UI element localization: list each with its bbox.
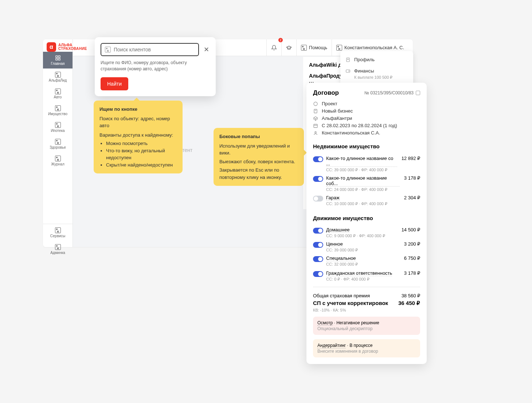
contract-meta-row: Константинопольская С.А. [313,130,420,136]
search-panel: ✕ Ищите по ФИО, номеру договора, объекту… [95,37,216,96]
help-label: Помощь [309,45,327,50]
property-meta: СС: 39 000 000 ₽ · ФР: 400 000 ₽ [326,168,420,172]
property-toggle[interactable] [313,228,323,234]
property-meta: СС: 9 000 000 ₽ · ФР: 400 000 ₽ [326,234,420,238]
notif-badge: 2 [278,38,283,42]
user-icon [313,130,318,136]
total-label: СП с учетом корректировок [313,300,388,306]
property-price: 14 500 ₽ [402,227,420,233]
grid-icon [55,55,61,61]
property-meta: СС: 0 ₽ · ФР: 400 000 ₽ [326,277,420,282]
total-meta: КВ: -10% · КА: 5% [313,308,420,312]
tooltip-bullet: Можно посмотреть [106,140,177,147]
status-underwriting[interactable]: Андеррайтинг · В процессе Внесите измене… [313,339,420,357]
svg-rect-3 [58,58,60,60]
education-button[interactable] [281,39,296,56]
property-toggle[interactable] [313,156,323,162]
svg-rect-1 [58,56,60,58]
svg-point-13 [315,132,316,133]
menu-label: Профиль [354,57,375,62]
image-icon [55,105,61,111]
tooltip-bullet: Скрыт/не найдено/недоступен [106,161,177,169]
tooltip-popup: Боковые попапы Используем для уведомлени… [214,128,304,186]
image-icon [301,45,307,51]
property-toggle[interactable] [313,196,323,202]
nav-alfalid[interactable]: АльфаЛид [43,69,73,85]
nav-label: Ипотека [51,129,64,133]
svg-rect-2 [56,58,58,60]
property-price: 3 178 ₽ [404,270,420,276]
property-price: 2 304 ₽ [404,195,420,201]
search-hint: Ищите по ФИО, номеру договора, объекту с… [101,60,210,72]
svg-rect-6 [346,70,350,72]
nav-label: Сервисы [50,234,65,238]
user-menu: Профиль Финансы К выплате 100 500 ₽ [340,51,413,85]
nav-property[interactable]: Имущество [43,102,73,119]
image-icon [55,122,61,128]
property-name: Гараж [326,195,340,201]
property-row: Гараж2 304 ₽СС: 10 000 000 ₽ · ФР: 400 0… [313,195,420,206]
image-icon [55,244,61,250]
menu-profile[interactable]: Профиль [340,54,413,65]
nav-admin[interactable]: Админка [43,241,73,258]
nav-services[interactable]: Сервисы [43,224,73,241]
wallet-icon [345,69,351,74]
total-value: 36 450 ₽ [398,300,420,306]
nav-label: Главная [51,62,64,66]
property-price: 12 892 ₽ [402,156,420,167]
property-name: Ценное [326,241,343,247]
image-icon [55,156,61,161]
nav-label: Админка [50,251,65,255]
property-price: 3 178 ₽ [404,175,420,187]
property-name: Гражданская ответственность [326,270,392,276]
contract-title: Договор [313,89,339,97]
tooltip-line: Выезжают сбоку, поверх контента. [219,158,298,165]
user-icon [345,57,351,62]
property-toggle[interactable] [313,271,323,277]
nav-health[interactable]: Здоровье [43,136,73,152]
tooltip-line: Используем для уведомлений и вики. [219,142,298,157]
doc-icon [313,109,318,114]
image-icon [55,89,61,94]
nav-label: АльфаЛид [49,78,67,82]
help-button[interactable]: Помощь [296,39,332,56]
status-inspection[interactable]: Осмотр · Негативное решение Опциональный… [313,317,420,335]
contract-number: № 03215/395/C00010/83 [364,90,420,95]
nav-mortgage[interactable]: Ипотека [43,119,73,136]
image-icon [55,139,61,145]
svg-point-8 [314,102,317,106]
property-toggle[interactable] [313,176,323,182]
logo-text: АЛЬФАСТРАХОВАНИЕ [58,43,87,51]
search-input-wrap[interactable] [101,43,199,56]
svg-rect-0 [56,56,58,58]
section-movable: Движимое имущество [313,215,373,221]
nav-auto[interactable]: Авто [43,85,73,102]
bell-icon [271,45,277,51]
user-name: Константинопольская А. С. [344,45,404,50]
image-icon [336,45,342,51]
nav-label: Здоровье [50,145,66,149]
notifications-button[interactable]: 2 [266,39,281,56]
property-toggle[interactable] [313,242,323,248]
close-icon[interactable]: ✕ [203,46,210,54]
tooltip-line: Поиск по объекту: адрес, номер авто [99,115,177,129]
total-label: Общая страховая премия [313,293,370,298]
contract-meta-row: АльфаКантри [313,116,420,121]
logo-mark: α [47,42,56,52]
tooltip-line: Варианты доступа к найденному: [99,132,177,139]
nav-main[interactable]: Главная [43,52,73,69]
menu-label: Финансы [354,68,374,74]
status-desc: Опциональный дескриптор [317,326,416,331]
property-row: Какое-то длинное название со ...12 892 ₽… [313,156,420,172]
search-button[interactable]: Найти [101,77,128,90]
property-name: Домашнее [326,227,349,233]
property-meta: СС: 39 000 000 ₽ [326,248,420,253]
property-toggle[interactable] [313,256,323,262]
copy-icon[interactable] [416,91,420,95]
search-field[interactable] [114,47,195,52]
property-meta: СС: 32 000 000 ₽ [326,262,420,267]
contract-meta-row: Проект [313,101,420,106]
image-icon [105,47,111,52]
nav-journal[interactable]: Журнал [43,152,73,169]
content-placeholder: тент [182,147,192,153]
